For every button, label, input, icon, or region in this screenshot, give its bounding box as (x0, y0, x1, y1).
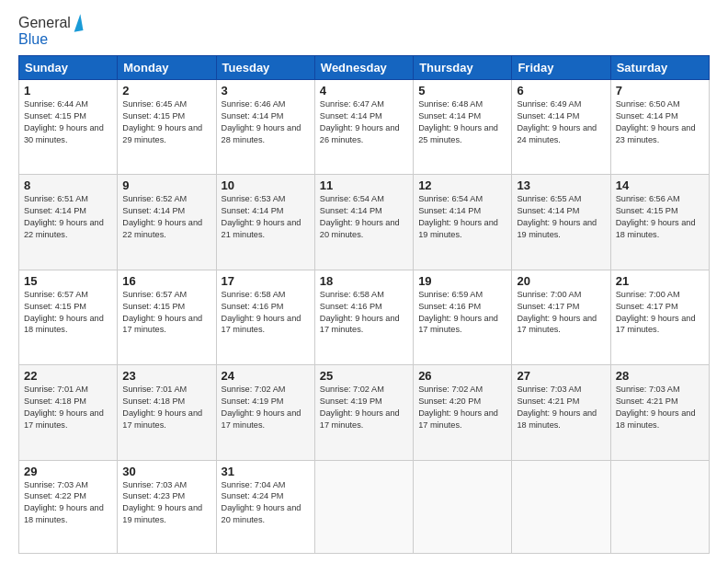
calendar-day-cell: 17Sunrise: 6:58 AMSunset: 4:16 PMDayligh… (216, 270, 314, 364)
calendar-day-header: Saturday (610, 56, 709, 80)
cell-info: Sunrise: 6:47 AMSunset: 4:14 PMDaylight:… (320, 99, 400, 144)
cell-info: Sunrise: 7:00 AMSunset: 4:17 PMDaylight:… (517, 290, 597, 335)
cell-info: Sunrise: 6:59 AMSunset: 4:16 PMDaylight:… (418, 290, 498, 335)
cell-info: Sunrise: 6:49 AMSunset: 4:14 PMDaylight:… (517, 99, 597, 144)
day-number: 14 (616, 178, 704, 192)
calendar-day-cell: 10Sunrise: 6:53 AMSunset: 4:14 PMDayligh… (216, 175, 314, 270)
calendar-day-header: Friday (512, 56, 610, 80)
calendar-day-cell: 7Sunrise: 6:50 AMSunset: 4:14 PMDaylight… (610, 80, 709, 175)
calendar-day-cell: 6Sunrise: 6:49 AMSunset: 4:14 PMDaylight… (512, 80, 610, 175)
cell-info: Sunrise: 7:01 AMSunset: 4:18 PMDaylight:… (24, 385, 104, 430)
calendar-day-cell: 1Sunrise: 6:44 AMSunset: 4:15 PMDaylight… (19, 80, 118, 175)
calendar-table: SundayMondayTuesdayWednesdayThursdayFrid… (18, 55, 710, 554)
cell-info: Sunrise: 7:00 AMSunset: 4:17 PMDaylight:… (616, 290, 696, 335)
calendar-day-cell (610, 460, 709, 553)
cell-info: Sunrise: 6:53 AMSunset: 4:14 PMDaylight:… (222, 194, 301, 239)
calendar-week-row: 22Sunrise: 7:01 AMSunset: 4:18 PMDayligh… (19, 365, 710, 460)
cell-info: Sunrise: 6:57 AMSunset: 4:15 PMDaylight:… (122, 290, 202, 335)
day-number: 27 (517, 369, 605, 383)
calendar-day-cell: 2Sunrise: 6:45 AMSunset: 4:15 PMDaylight… (118, 80, 216, 175)
calendar-day-cell: 13Sunrise: 6:55 AMSunset: 4:14 PMDayligh… (512, 175, 610, 270)
calendar-day-header: Wednesday (314, 56, 413, 80)
calendar-header-row: SundayMondayTuesdayWednesdayThursdayFrid… (19, 56, 710, 80)
calendar-day-cell: 28Sunrise: 7:03 AMSunset: 4:21 PMDayligh… (610, 365, 709, 460)
day-number: 16 (122, 274, 210, 288)
day-number: 4 (320, 84, 408, 98)
cell-info: Sunrise: 6:45 AMSunset: 4:15 PMDaylight:… (122, 99, 202, 144)
day-number: 29 (24, 465, 112, 478)
day-number: 30 (122, 465, 210, 478)
calendar-day-cell: 11Sunrise: 6:54 AMSunset: 4:14 PMDayligh… (314, 175, 413, 270)
calendar-day-header: Monday (118, 56, 216, 80)
calendar-day-cell: 19Sunrise: 6:59 AMSunset: 4:16 PMDayligh… (414, 270, 512, 364)
cell-info: Sunrise: 6:56 AMSunset: 4:15 PMDaylight:… (616, 194, 696, 239)
calendar-day-cell (414, 460, 512, 553)
calendar-week-row: 29Sunrise: 7:03 AMSunset: 4:22 PMDayligh… (19, 460, 710, 553)
day-number: 5 (418, 84, 506, 98)
calendar-day-cell: 3Sunrise: 6:46 AMSunset: 4:14 PMDaylight… (216, 80, 314, 175)
cell-info: Sunrise: 6:51 AMSunset: 4:14 PMDaylight:… (24, 194, 104, 239)
day-number: 28 (616, 369, 704, 383)
cell-info: Sunrise: 6:57 AMSunset: 4:15 PMDaylight:… (24, 290, 104, 335)
calendar-day-header: Tuesday (216, 56, 314, 80)
cell-info: Sunrise: 6:54 AMSunset: 4:14 PMDaylight:… (418, 194, 498, 239)
day-number: 10 (222, 178, 310, 192)
day-number: 2 (122, 84, 210, 98)
calendar-day-cell: 12Sunrise: 6:54 AMSunset: 4:14 PMDayligh… (414, 175, 512, 270)
day-number: 23 (122, 369, 210, 383)
day-number: 6 (517, 84, 605, 98)
calendar-day-cell: 22Sunrise: 7:01 AMSunset: 4:18 PMDayligh… (19, 365, 118, 460)
logo-general-text: General (18, 15, 71, 31)
day-number: 17 (222, 274, 310, 288)
calendar-day-cell: 21Sunrise: 7:00 AMSunset: 4:17 PMDayligh… (610, 270, 709, 364)
calendar-week-row: 1Sunrise: 6:44 AMSunset: 4:15 PMDaylight… (19, 80, 710, 175)
day-number: 3 (222, 84, 310, 98)
logo-blue-text: Blue (18, 31, 48, 48)
day-number: 24 (222, 369, 310, 383)
cell-info: Sunrise: 6:44 AMSunset: 4:15 PMDaylight:… (24, 99, 104, 144)
calendar-week-row: 15Sunrise: 6:57 AMSunset: 4:15 PMDayligh… (19, 270, 710, 364)
calendar-day-cell (314, 460, 413, 553)
cell-info: Sunrise: 6:54 AMSunset: 4:14 PMDaylight:… (320, 194, 400, 239)
calendar-day-cell: 18Sunrise: 6:58 AMSunset: 4:16 PMDayligh… (314, 270, 413, 364)
calendar-day-cell: 23Sunrise: 7:01 AMSunset: 4:18 PMDayligh… (118, 365, 216, 460)
calendar-day-cell: 25Sunrise: 7:02 AMSunset: 4:19 PMDayligh… (314, 365, 413, 460)
calendar-day-cell: 5Sunrise: 6:48 AMSunset: 4:14 PMDaylight… (414, 80, 512, 175)
calendar-day-cell: 30Sunrise: 7:03 AMSunset: 4:23 PMDayligh… (118, 460, 216, 553)
logo-arrow-icon (71, 14, 83, 31)
calendar-day-cell: 9Sunrise: 6:52 AMSunset: 4:14 PMDaylight… (118, 175, 216, 270)
calendar-day-cell: 26Sunrise: 7:02 AMSunset: 4:20 PMDayligh… (414, 365, 512, 460)
cell-info: Sunrise: 7:02 AMSunset: 4:19 PMDaylight:… (320, 385, 400, 430)
day-number: 19 (418, 274, 506, 288)
calendar-day-cell: 20Sunrise: 7:00 AMSunset: 4:17 PMDayligh… (512, 270, 610, 364)
cell-info: Sunrise: 6:52 AMSunset: 4:14 PMDaylight:… (122, 194, 202, 239)
day-number: 8 (24, 178, 112, 192)
cell-info: Sunrise: 7:03 AMSunset: 4:21 PMDaylight:… (616, 385, 696, 430)
day-number: 25 (320, 369, 408, 383)
day-number: 18 (320, 274, 408, 288)
day-number: 21 (616, 274, 704, 288)
calendar-day-cell: 16Sunrise: 6:57 AMSunset: 4:15 PMDayligh… (118, 270, 216, 364)
day-number: 9 (122, 178, 210, 192)
cell-info: Sunrise: 6:50 AMSunset: 4:14 PMDaylight:… (616, 99, 696, 144)
calendar-day-cell: 4Sunrise: 6:47 AMSunset: 4:14 PMDaylight… (314, 80, 413, 175)
day-number: 12 (418, 178, 506, 192)
calendar-day-cell: 29Sunrise: 7:03 AMSunset: 4:22 PMDayligh… (19, 460, 118, 553)
cell-info: Sunrise: 7:01 AMSunset: 4:18 PMDaylight:… (122, 385, 202, 430)
calendar-day-cell: 8Sunrise: 6:51 AMSunset: 4:14 PMDaylight… (19, 175, 118, 270)
calendar-day-cell: 31Sunrise: 7:04 AMSunset: 4:24 PMDayligh… (216, 460, 314, 553)
cell-info: Sunrise: 6:46 AMSunset: 4:14 PMDaylight:… (222, 99, 301, 144)
calendar-week-row: 8Sunrise: 6:51 AMSunset: 4:14 PMDaylight… (19, 175, 710, 270)
day-number: 1 (24, 84, 112, 98)
calendar-day-cell: 14Sunrise: 6:56 AMSunset: 4:15 PMDayligh… (610, 175, 709, 270)
cell-info: Sunrise: 6:58 AMSunset: 4:16 PMDaylight:… (222, 290, 301, 335)
day-number: 26 (418, 369, 506, 383)
day-number: 31 (222, 465, 310, 478)
calendar-day-cell: 24Sunrise: 7:02 AMSunset: 4:19 PMDayligh… (216, 365, 314, 460)
cell-info: Sunrise: 7:03 AMSunset: 4:21 PMDaylight:… (517, 385, 597, 430)
cell-info: Sunrise: 7:02 AMSunset: 4:19 PMDaylight:… (222, 385, 301, 430)
day-number: 11 (320, 178, 408, 192)
calendar-day-header: Thursday (414, 56, 512, 80)
cell-info: Sunrise: 6:48 AMSunset: 4:14 PMDaylight:… (418, 99, 498, 144)
day-number: 7 (616, 84, 704, 98)
